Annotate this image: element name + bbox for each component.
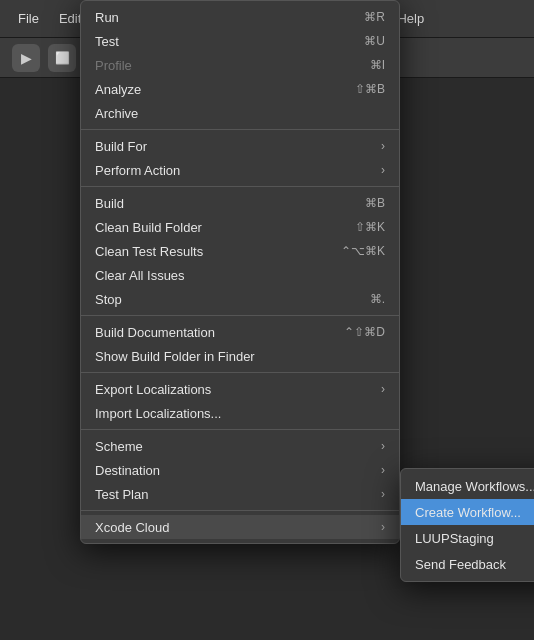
menu-item-perform-action[interactable]: Perform Action ›	[81, 158, 399, 182]
submenu-item-manage-workflows[interactable]: Manage Workflows...	[401, 473, 534, 499]
menu-item-test[interactable]: Test ⌘U	[81, 29, 399, 53]
separator-6	[81, 510, 399, 511]
product-menu: Run ⌘R Test ⌘U Profile ⌘I Analyze ⇧⌘B Ar…	[80, 0, 400, 544]
submenu-item-send-feedback[interactable]: Send Feedback	[401, 551, 534, 577]
separator-2	[81, 186, 399, 187]
submenu-item-create-workflow[interactable]: Create Workflow...	[401, 499, 534, 525]
menu-item-scheme[interactable]: Scheme ›	[81, 434, 399, 458]
xcode-cloud-submenu: Manage Workflows... Create Workflow... L…	[400, 468, 534, 582]
arrow-icon: ›	[381, 139, 385, 153]
arrow-icon: ›	[381, 439, 385, 453]
separator-5	[81, 429, 399, 430]
arrow-icon: ›	[381, 163, 385, 177]
menu-item-clean-test[interactable]: Clean Test Results ⌃⌥⌘K	[81, 239, 399, 263]
arrow-icon: ›	[381, 487, 385, 501]
arrow-icon: ›	[381, 463, 385, 477]
arrow-icon: ›	[381, 520, 385, 534]
menu-item-profile: Profile ⌘I	[81, 53, 399, 77]
dropdown-overlay: Run ⌘R Test ⌘U Profile ⌘I Analyze ⇧⌘B Ar…	[0, 0, 534, 602]
menu-item-archive[interactable]: Archive	[81, 101, 399, 125]
submenu-item-luupstaging[interactable]: LUUPStaging ›	[401, 525, 534, 551]
menu-item-build-docs[interactable]: Build Documentation ⌃⇧⌘D	[81, 320, 399, 344]
arrow-icon: ›	[381, 382, 385, 396]
menu-item-stop[interactable]: Stop ⌘.	[81, 287, 399, 311]
separator-3	[81, 315, 399, 316]
menu-item-test-plan[interactable]: Test Plan ›	[81, 482, 399, 506]
menu-item-run[interactable]: Run ⌘R	[81, 5, 399, 29]
menu-item-build-for[interactable]: Build For ›	[81, 134, 399, 158]
menu-item-clear-issues[interactable]: Clear All Issues	[81, 263, 399, 287]
menu-item-analyze[interactable]: Analyze ⇧⌘B	[81, 77, 399, 101]
menu-item-clean-build[interactable]: Clean Build Folder ⇧⌘K	[81, 215, 399, 239]
separator-1	[81, 129, 399, 130]
menu-item-destination[interactable]: Destination ›	[81, 458, 399, 482]
separator-4	[81, 372, 399, 373]
menu-item-export-localizations[interactable]: Export Localizations ›	[81, 377, 399, 401]
menu-item-import-localizations[interactable]: Import Localizations...	[81, 401, 399, 425]
menu-item-show-build-folder[interactable]: Show Build Folder in Finder	[81, 344, 399, 368]
menu-item-build[interactable]: Build ⌘B	[81, 191, 399, 215]
menu-item-xcode-cloud[interactable]: Xcode Cloud ›	[81, 515, 399, 539]
